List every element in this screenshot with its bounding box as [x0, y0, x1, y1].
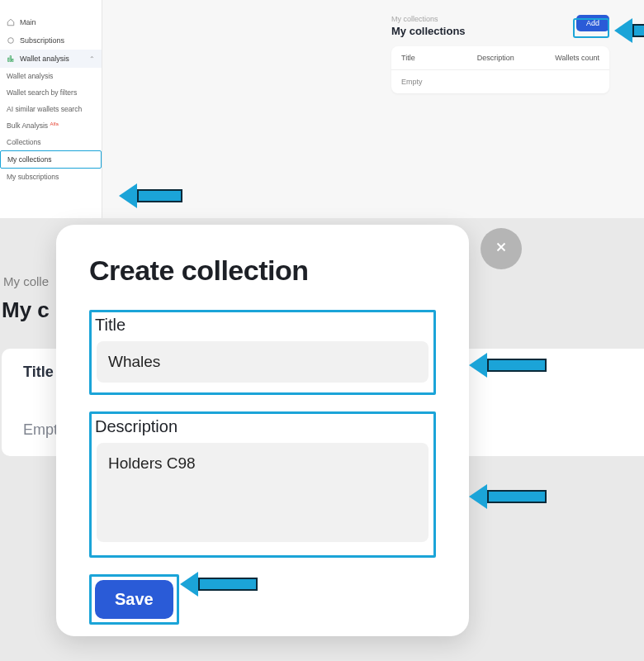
- sidebar-subitem-wallet-search-by-filters[interactable]: Wallet search by filters: [0, 84, 102, 101]
- close-icon: [494, 238, 509, 259]
- svg-point-0: [8, 38, 14, 44]
- table-header-wallets-count: Wallets count: [553, 54, 599, 62]
- sidebar-subitem-collections[interactable]: Collections: [0, 134, 102, 150]
- save-button[interactable]: Save: [95, 580, 173, 619]
- create-collection-modal: Create collection Title Description Save: [56, 225, 469, 636]
- description-label: Description: [95, 417, 429, 436]
- sidebar-item-main[interactable]: Main: [0, 13, 102, 31]
- sidebar-item-label: Subscriptions: [20, 36, 64, 45]
- sidebar-subitem-my-subscriptions[interactable]: My subscriptions: [0, 169, 102, 185]
- chevron-up-icon: ⌃: [89, 55, 95, 63]
- annotation-arrow-icon: [180, 572, 258, 597]
- svg-rect-1: [8, 58, 9, 61]
- annotation-arrow-icon: [469, 484, 547, 509]
- bg-table-empty: Empt: [23, 421, 58, 439]
- home-icon: [7, 18, 15, 26]
- sidebar-section-label: Wallet analysis: [20, 55, 69, 63]
- table-header-description: Description: [477, 54, 553, 62]
- bg-title: My c: [2, 297, 50, 323]
- top-screenshot: Main Subscriptions Wallet analysis ⌃ Wal…: [0, 0, 644, 218]
- page-title: My collections: [391, 25, 466, 37]
- breadcrumb: My collections: [391, 15, 466, 23]
- annotation-highlight-save: Save: [89, 574, 179, 625]
- annotation-arrow-icon: [614, 18, 644, 43]
- star-icon: [7, 36, 15, 45]
- sidebar-subitem-label: Bulk Analysis: [7, 121, 48, 130]
- sidebar: Main Subscriptions Wallet analysis ⌃ Wal…: [0, 0, 102, 218]
- sidebar-subitem-bulk-analysis[interactable]: Bulk Analysis Alfa: [0, 117, 102, 134]
- sidebar-subitem-wallet-analysis[interactable]: Wallet analysis: [0, 68, 102, 84]
- table-header-title: Title: [401, 54, 477, 62]
- modal-title: Create collection: [89, 254, 436, 287]
- title-label: Title: [95, 316, 429, 335]
- sidebar-item-label: Main: [20, 18, 36, 26]
- bg-table-header: Title: [23, 364, 54, 381]
- content-area: My collections My collections Add Title …: [102, 0, 644, 218]
- bg-breadcrumb: My colle: [3, 274, 49, 288]
- sidebar-subitem-ai-similar-wallets-search[interactable]: AI similar wallets search: [0, 101, 102, 117]
- annotation-arrow-icon: [119, 183, 182, 208]
- annotation-arrow-icon: [469, 353, 547, 378]
- title-input[interactable]: [97, 341, 429, 383]
- sidebar-subitem-my-collections[interactable]: My collections: [0, 150, 102, 169]
- alpha-tag: Alfa: [50, 121, 58, 126]
- svg-rect-3: [12, 59, 13, 61]
- table-empty-state: Empty: [391, 70, 609, 93]
- sidebar-section-wallet-analysis[interactable]: Wallet analysis ⌃: [0, 50, 102, 68]
- collections-table: Title Description Wallets count Empty: [391, 46, 609, 93]
- annotation-highlight-title-field: Title: [89, 310, 436, 395]
- close-modal-button[interactable]: [481, 228, 522, 269]
- annotation-highlight-add: [573, 18, 609, 38]
- svg-rect-2: [10, 56, 11, 62]
- annotation-highlight-description-field: Description: [89, 411, 436, 558]
- chart-icon: [7, 55, 15, 63]
- sidebar-item-subscriptions[interactable]: Subscriptions: [0, 31, 102, 50]
- description-input[interactable]: [97, 443, 429, 542]
